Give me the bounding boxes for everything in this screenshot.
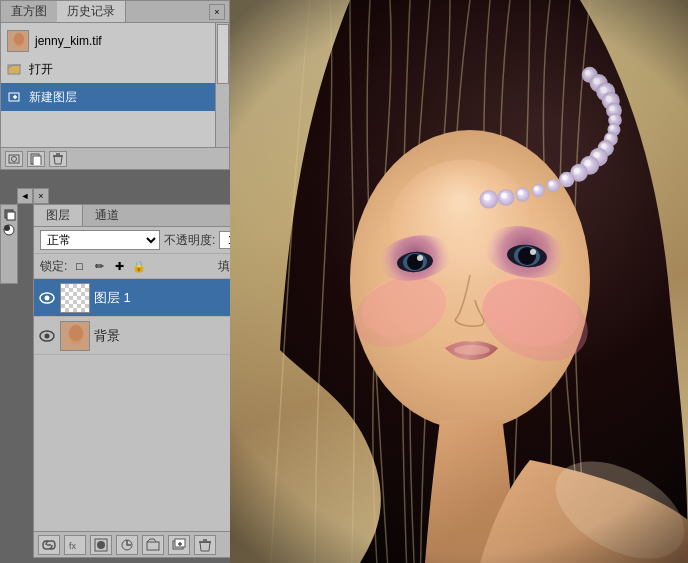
layer-mask-btn[interactable] xyxy=(90,535,112,555)
tool-foreground-bg[interactable] xyxy=(2,207,16,221)
panel-close-x[interactable]: × xyxy=(33,188,49,204)
history-new-snapshot-btn[interactable] xyxy=(5,151,23,167)
panel-left-arrow[interactable]: ◄ xyxy=(17,188,33,204)
layer-fx-btn[interactable]: fx xyxy=(64,535,86,555)
history-items-list: jenny_kim.tif 打开 新建图层 xyxy=(1,23,229,115)
history-item-file-label: jenny_kim.tif xyxy=(35,34,102,48)
layer-group-btn[interactable] xyxy=(142,535,164,555)
panel-close-btn[interactable]: × xyxy=(209,4,225,20)
tab-channels[interactable]: 通道 xyxy=(83,205,131,226)
history-item-new-layer[interactable]: 新建图层 xyxy=(1,83,229,111)
history-panel-tabs: 直方图 历史记录 × xyxy=(1,1,229,23)
history-thumb-file xyxy=(7,30,29,52)
layer-new-btn[interactable] xyxy=(168,535,190,555)
layer-1-thumbnail xyxy=(60,283,90,313)
lock-label: 锁定: xyxy=(40,258,67,275)
layer-link-btn[interactable] xyxy=(38,535,60,555)
svg-point-2 xyxy=(14,33,24,45)
layer-bg-visibility-toggle[interactable] xyxy=(38,327,56,345)
tool-swap-icon[interactable] xyxy=(2,223,16,237)
history-panel: 直方图 历史记录 × jenny_kim.tif xyxy=(0,0,230,170)
svg-point-23 xyxy=(69,325,83,341)
history-item-open-label: 打开 xyxy=(29,61,53,78)
tab-histogram[interactable]: 直方图 xyxy=(1,1,57,22)
svg-point-28 xyxy=(97,541,105,549)
lock-all-btn[interactable]: 🔒 xyxy=(131,258,147,274)
new-layer-action-icon xyxy=(7,89,23,105)
history-item-file[interactable]: jenny_kim.tif xyxy=(1,27,229,55)
svg-text:fx: fx xyxy=(69,541,77,551)
svg-rect-10 xyxy=(33,156,41,165)
history-scrollbar[interactable] xyxy=(215,23,229,147)
history-scroll-thumb[interactable] xyxy=(217,24,229,84)
svg-point-20 xyxy=(45,333,50,338)
history-item-new-layer-label: 新建图层 xyxy=(29,89,77,106)
history-bottom-bar xyxy=(1,147,229,169)
layer-delete-btn[interactable] xyxy=(194,535,216,555)
history-delete-btn[interactable] xyxy=(49,151,67,167)
main-image-area xyxy=(230,0,688,563)
lock-paint-btn[interactable]: ✏ xyxy=(91,258,107,274)
lock-move-btn[interactable]: ✚ xyxy=(111,258,127,274)
svg-point-16 xyxy=(4,225,10,231)
tab-history[interactable]: 历史记录 xyxy=(57,1,126,22)
tab-layers[interactable]: 图层 xyxy=(34,205,83,226)
photo-canvas xyxy=(230,0,688,563)
svg-point-8 xyxy=(12,156,17,161)
svg-point-18 xyxy=(45,295,50,300)
layer-adjustment-btn[interactable] xyxy=(116,535,138,555)
open-action-icon xyxy=(7,61,23,77)
layer-bg-thumbnail xyxy=(60,321,90,351)
lock-transparent-btn[interactable]: □ xyxy=(71,258,87,274)
layer-1-visibility-toggle[interactable] xyxy=(38,289,56,307)
history-item-open[interactable]: 打开 xyxy=(1,55,229,83)
panel-tab-icons: × xyxy=(209,4,229,20)
svg-rect-14 xyxy=(7,212,15,220)
history-new-doc-btn[interactable] xyxy=(27,151,45,167)
tool-sidebar xyxy=(0,204,18,284)
opacity-label: 不透明度: xyxy=(164,232,215,249)
svg-rect-30 xyxy=(147,542,159,550)
panel-toggle-area: ◄ × xyxy=(17,188,49,204)
blend-mode-select[interactable]: 正常 xyxy=(40,230,160,250)
